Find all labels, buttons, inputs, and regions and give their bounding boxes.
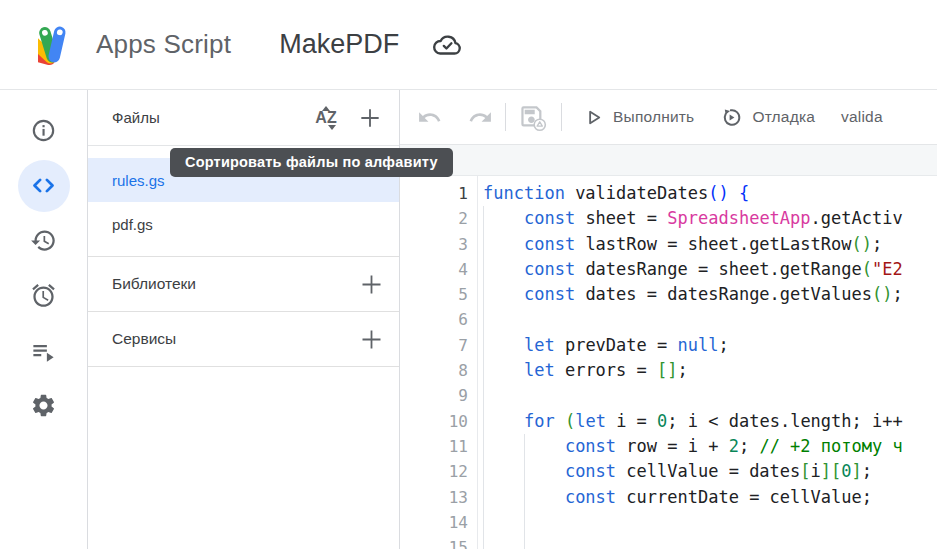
rail-editor-button[interactable] (17, 158, 71, 213)
add-library-button[interactable] (356, 269, 386, 299)
code-line[interactable]: const datesRange = sheet.getRange("E2 (483, 257, 937, 282)
redo-icon (468, 105, 493, 130)
run-button[interactable]: Выполнить (582, 106, 694, 129)
rail-overview-button[interactable] (17, 103, 71, 158)
info-icon (30, 117, 57, 144)
line-number[interactable]: 5 (400, 282, 468, 307)
gutter-border (477, 176, 478, 549)
code-line[interactable] (483, 535, 937, 549)
rail-history-button[interactable] (17, 213, 71, 268)
cloud-check-icon (431, 30, 465, 60)
history-icon (30, 227, 57, 254)
line-number[interactable]: 2 (400, 206, 468, 231)
code-line[interactable]: const lastRow = sheet.getLastRow(); (483, 232, 937, 257)
code-line[interactable] (483, 307, 937, 332)
code-editor[interactable]: 123456789101112131415 function validateD… (400, 176, 937, 549)
line-number[interactable]: 10 (400, 409, 468, 434)
code-line[interactable]: let prevDate = null; (483, 333, 937, 358)
code-line[interactable] (483, 510, 937, 535)
save-button[interactable] (518, 103, 547, 132)
code-icon (30, 172, 57, 199)
debug-button[interactable]: Отладка (719, 105, 815, 130)
function-selector[interactable]: valida (841, 108, 883, 126)
code-line[interactable]: const cellValue = dates[i][0]; (483, 459, 937, 484)
apps-script-ide: Apps Script MakePDF (0, 0, 937, 549)
editor-area: Выполнить Отладка valida 123456789101112… (400, 90, 937, 549)
code-line[interactable]: const sheet = SpreadsheetApp.getActiv (483, 206, 937, 231)
line-number[interactable]: 3 (400, 232, 468, 257)
alarm-clock-icon (30, 282, 57, 309)
run-label: Выполнить (613, 108, 694, 126)
line-number[interactable]: 14 (400, 510, 468, 535)
toolbar-separator (561, 103, 562, 131)
editor-toolbar: Выполнить Отладка valida (400, 90, 937, 145)
line-number[interactable]: 8 (400, 358, 468, 383)
plus-icon (358, 271, 385, 298)
line-number[interactable]: 4 (400, 257, 468, 282)
code-line[interactable]: let errors = []; (483, 358, 937, 383)
rail-settings-button[interactable] (17, 378, 71, 433)
files-panel-header: Файлы AZ (88, 90, 399, 146)
save-disabled-icon (518, 103, 547, 132)
line-number[interactable]: 13 (400, 485, 468, 510)
code-line[interactable]: for (let i = 0; i < dates.length; i++ (483, 409, 937, 434)
file-row-pdf[interactable]: pdf.gs (88, 202, 399, 246)
code-line[interactable] (483, 383, 937, 408)
line-number[interactable]: 7 (400, 333, 468, 358)
line-number[interactable]: 12 (400, 459, 468, 484)
services-section: Сервисы (88, 312, 399, 366)
settings-gear-icon (30, 392, 57, 419)
undo-icon (417, 105, 442, 130)
sort-tooltip: Сортировать файлы по алфавиту (170, 148, 453, 177)
rail-triggers-button[interactable] (17, 268, 71, 323)
editor-tab-strip (400, 145, 937, 176)
files-title: Файлы (112, 109, 311, 126)
debug-icon (719, 105, 744, 130)
sort-files-button[interactable]: AZ (311, 103, 341, 133)
line-number[interactable]: 1 (400, 181, 468, 206)
app-name: Apps Script (96, 29, 231, 60)
undo-button[interactable] (417, 105, 442, 130)
gutter[interactable]: 123456789101112131415 (400, 181, 468, 549)
libraries-section: Библиотеки (88, 257, 399, 311)
executions-list-icon (30, 337, 57, 364)
line-number[interactable]: 15 (400, 535, 468, 549)
plus-icon (358, 326, 385, 353)
code-line[interactable]: const dates = datesRange.getValues(); (483, 282, 937, 307)
divider (88, 366, 399, 367)
code-line[interactable]: const currentDate = cellValue; (483, 485, 937, 510)
code-line[interactable]: const row = i + 2; // +2 потому ч (483, 434, 937, 459)
rail-executions-button[interactable] (17, 323, 71, 378)
play-icon (582, 106, 605, 129)
sort-az-icon: AZ (315, 109, 336, 127)
project-title[interactable]: MakePDF (279, 29, 399, 60)
apps-script-logo-icon (38, 22, 84, 68)
header: Apps Script MakePDF (0, 0, 937, 90)
plus-icon (357, 105, 383, 131)
libraries-label: Библиотеки (112, 275, 356, 293)
line-number[interactable]: 9 (400, 383, 468, 408)
add-file-button[interactable] (355, 103, 385, 133)
line-number[interactable]: 6 (400, 307, 468, 332)
services-label: Сервисы (112, 330, 356, 348)
redo-button[interactable] (468, 105, 493, 130)
toolbar-separator (505, 103, 506, 131)
debug-label: Отладка (752, 108, 815, 126)
code-line[interactable]: function validateDates() { (483, 181, 937, 206)
left-rail (0, 90, 88, 549)
code-lines[interactable]: function validateDates() { const sheet =… (483, 181, 937, 549)
add-service-button[interactable] (356, 324, 386, 354)
line-number[interactable]: 11 (400, 434, 468, 459)
